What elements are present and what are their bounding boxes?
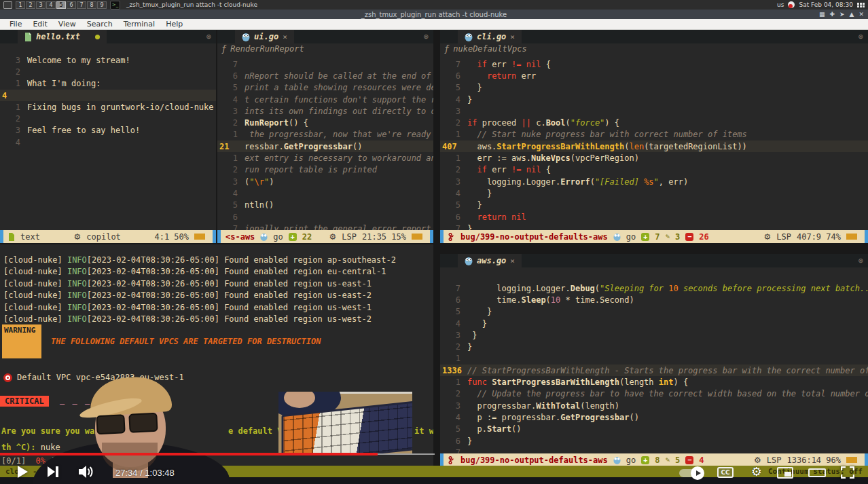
code-area[interactable]: 7 logging.Logger.Debug("Sleeping for 10 …: [440, 282, 868, 458]
code-text: \r: [254, 177, 264, 187]
code-text: nil: [526, 165, 541, 174]
git-modified-icon: ✎: [665, 455, 670, 464]
menu-item-search[interactable]: Search: [82, 20, 118, 29]
workspace-1[interactable]: 1: [16, 1, 25, 9]
tab-ui-go[interactable]: ui.go ×: [235, 30, 294, 43]
close-circle-icon[interactable]: ⊗: [424, 32, 429, 41]
line-number: 3: [0, 56, 27, 65]
tab-aws-go[interactable]: aws.go ×: [458, 254, 522, 267]
workspace-7[interactable]: 7: [77, 1, 86, 9]
code-line: 6}: [440, 435, 868, 447]
subtitles-button[interactable]: CC: [717, 467, 734, 478]
workspace-grid-icon[interactable]: [857, 3, 865, 7]
log-prefix: [cloud-nuke]: [3, 267, 67, 276]
video-progress-buffered[interactable]: [378, 453, 435, 455]
theater-mode-button[interactable]: [808, 468, 826, 477]
tab-close-icon[interactable]: ×: [510, 257, 515, 265]
code-line: 3Welcome to my stream!: [0, 54, 216, 66]
code-line: 5 p.Start(): [440, 424, 868, 435]
workspace-5[interactable]: 5: [56, 1, 66, 9]
close-circle-icon[interactable]: ⊗: [206, 32, 211, 41]
line-number: 3: [440, 401, 467, 411]
code-area[interactable]: 3Welcome to my stream!21What I'm doing:4…: [0, 54, 216, 148]
git-branch-label: <s-aws: [225, 232, 255, 242]
gear-icon: ⚙: [764, 232, 772, 242]
code-line: 5 }: [440, 82, 868, 94]
menu-item-help[interactable]: Help: [160, 20, 188, 29]
miniplayer-button[interactable]: [777, 467, 793, 479]
menu-item-view[interactable]: View: [53, 20, 82, 29]
code-text: Errorf: [560, 177, 590, 187]
code-area[interactable]: 7 if err != nil {6 return err5 }4}32if p…: [440, 58, 868, 234]
code-area[interactable]: 76nReport should be called at the end of…: [217, 58, 433, 234]
code-text: c.: [531, 118, 546, 128]
menu-item-file[interactable]: File: [4, 20, 27, 29]
window-list-icon[interactable]: [3, 1, 12, 9]
volume-button[interactable]: [79, 466, 94, 478]
workspace-pager: 123456789: [16, 1, 107, 9]
keyboard-layout-indicator[interactable]: us: [777, 1, 784, 8]
diagnostics-icon: +: [289, 233, 297, 241]
line-number: 7: [217, 60, 245, 69]
log-message: Found enabled region us-west-2: [219, 314, 372, 324]
tab-close-icon[interactable]: ×: [510, 33, 515, 41]
code-text: Debug: [571, 284, 595, 293]
video-progress-played[interactable]: [0, 453, 378, 455]
code-text: "[Failed]: [595, 177, 644, 187]
close-circle-icon[interactable]: ⊗: [858, 256, 863, 265]
code-text: err := aws.: [467, 153, 531, 163]
workspace-9[interactable]: 9: [97, 1, 107, 9]
screen-recorder-icon[interactable]: [788, 1, 795, 8]
menu-item-edit[interactable]: Edit: [27, 20, 52, 29]
tab-hello-txt[interactable]: hello.txt: [18, 30, 107, 43]
workspace-2[interactable]: 2: [26, 1, 35, 9]
code-text: // Update the progress bar to have the c…: [477, 389, 868, 398]
tabbar: ui.go × ⊗: [217, 30, 433, 43]
line-number: 2: [440, 342, 467, 352]
next-button[interactable]: [48, 466, 59, 477]
tab-close-icon[interactable]: ×: [283, 33, 287, 41]
play-button[interactable]: [16, 465, 29, 479]
code-text: (): [629, 413, 638, 422]
code-text: Fixing bugs in gruntwork-io/cloud-nuke: [27, 103, 214, 112]
tab-label: ui.go: [254, 32, 278, 41]
git-added-count: 8: [655, 455, 659, 465]
code-line: 6nReport should be called at the end of …: [217, 70, 433, 81]
close-icon[interactable]: ✕: [858, 11, 864, 18]
code-text: return: [487, 71, 516, 81]
code-text: // Start nuke progress bar with correct …: [477, 130, 746, 139]
code-text: len: [629, 142, 644, 151]
terminal-titlebar[interactable]: _zsh_tmux_plugin_run attach -t cloud-nuk…: [0, 10, 868, 19]
move-icon[interactable]: ✚: [829, 11, 835, 18]
fullscreen-button[interactable]: [841, 466, 854, 479]
terminal-app-icon[interactable]: >_: [110, 1, 120, 10]
tab-cli-go[interactable]: cli.go ×: [458, 30, 522, 43]
workspace-3[interactable]: 3: [36, 1, 46, 9]
menu-item-terminal[interactable]: Terminal: [118, 20, 161, 29]
workspace-8[interactable]: 8: [87, 1, 96, 9]
workspace-6[interactable]: 6: [67, 1, 76, 9]
gear-icon: ⚙: [74, 232, 82, 242]
code-text: Sleep: [521, 295, 545, 305]
pane-aws-go: aws.go × ⊗ 7 logging.Logger.Debug("Sleep…: [440, 254, 868, 466]
code-line: 6 return nil: [440, 211, 868, 223]
pin-icon[interactable]: ➤: [839, 11, 845, 18]
code-text: ": [264, 177, 269, 187]
git-removed-count: 4: [699, 455, 704, 465]
code-text: time.: [467, 295, 521, 305]
close-circle-icon[interactable]: ⊗: [858, 32, 863, 41]
gear-icon: ⚙: [754, 455, 761, 465]
settings-gear-icon[interactable]: ⚙: [751, 464, 762, 479]
line-number: 6: [440, 436, 467, 446]
code-line: 5 }: [440, 200, 868, 211]
tile-icon[interactable]: ▦: [819, 11, 825, 18]
code-line: 3("\r"): [217, 176, 433, 187]
shade-icon[interactable]: ▲: [850, 11, 854, 18]
pane-edge-indicator: [217, 230, 221, 243]
line-number: 6: [440, 212, 467, 222]
clock[interactable]: Sat Feb 04, 08:30: [799, 1, 853, 8]
code-text: func: [467, 377, 487, 387]
autoplay-toggle[interactable]: [679, 469, 702, 477]
workspace-4[interactable]: 4: [46, 1, 56, 9]
taskbar-window-title[interactable]: _zsh_tmux_plugin_run attach -t cloud-nuk…: [126, 1, 257, 8]
